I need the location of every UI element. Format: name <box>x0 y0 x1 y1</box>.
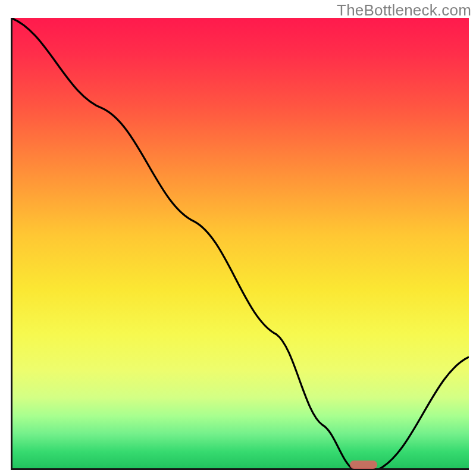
x-axis-line <box>11 468 469 470</box>
bottleneck-curve-path <box>11 18 469 470</box>
current-config-marker <box>350 461 377 469</box>
bottleneck-curve <box>11 18 469 470</box>
y-axis-line <box>11 18 12 470</box>
chart-wrapper: { "watermark": { "text": "TheBottleneck.… <box>0 0 476 476</box>
watermark-text: TheBottleneck.com <box>337 1 471 20</box>
